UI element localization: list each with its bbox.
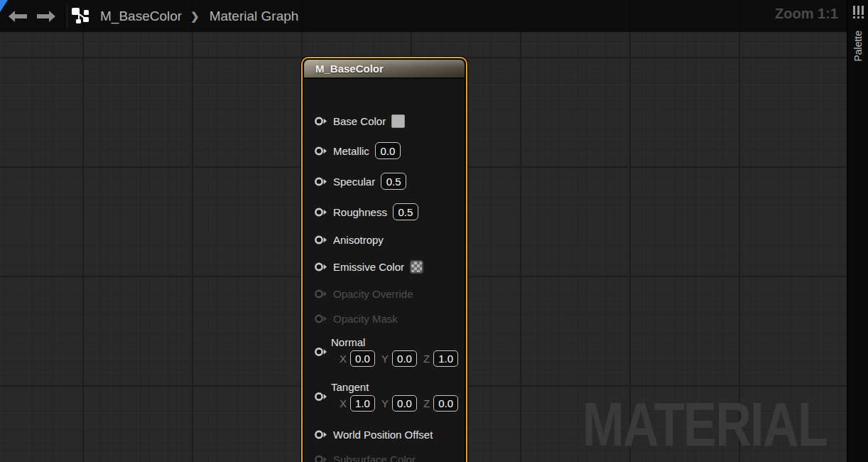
- pin-label: World Position Offset: [333, 429, 433, 441]
- color-swatch[interactable]: [391, 114, 405, 128]
- axis-value-input[interactable]: 1.0: [350, 395, 375, 412]
- input-pin-icon[interactable]: [314, 454, 327, 462]
- axis-value-input[interactable]: 0.0: [433, 395, 458, 412]
- palette-tab[interactable]: Palette: [852, 31, 864, 62]
- input-pin-icon[interactable]: [314, 146, 327, 156]
- vector-inputs: X0.0Y0.0Z1.0: [340, 350, 465, 367]
- pin-label: Tangent: [331, 380, 369, 394]
- input-pin-icon[interactable]: [314, 262, 327, 272]
- back-arrow-icon: [9, 11, 27, 22]
- input-pin-icon[interactable]: [314, 207, 327, 217]
- axis-value-input[interactable]: 0.0: [350, 350, 375, 367]
- graph-type-watermark: MATERIAL: [582, 390, 827, 461]
- input-pin-icon[interactable]: [314, 429, 327, 440]
- zoom-level-indicator: Zoom 1:1: [775, 6, 838, 22]
- input-pin-icon[interactable]: [314, 289, 327, 299]
- forward-arrow-button[interactable]: [36, 6, 57, 26]
- pin-label: Anisotropy: [333, 234, 384, 246]
- pin-label: Emissive Color: [333, 261, 404, 273]
- back-arrow-button[interactable]: [7, 6, 28, 26]
- pin-row-base-color[interactable]: Base Color: [314, 112, 460, 129]
- axis-label: Z: [423, 397, 430, 409]
- pin-row-opacity-mask[interactable]: Opacity Mask: [314, 310, 460, 327]
- pin-label: Roughness: [333, 206, 387, 218]
- pin-label: Opacity Override: [333, 288, 413, 300]
- axis-label: Y: [381, 397, 389, 409]
- pin-value-input[interactable]: 0.5: [393, 203, 418, 220]
- pin-label: Normal: [331, 335, 365, 350]
- input-pin-icon[interactable]: [314, 176, 327, 187]
- axis-value-input[interactable]: 1.0: [433, 350, 458, 367]
- palette-tab-strip: Palette: [847, 0, 868, 462]
- pin-value-input[interactable]: 0.5: [381, 173, 406, 190]
- pin-value-input[interactable]: 0.0: [375, 142, 401, 159]
- pin-label: Metallic: [333, 145, 369, 157]
- axis-label: X: [340, 397, 347, 409]
- pin-row-specular[interactable]: Specular0.5: [314, 173, 460, 190]
- input-pin-icon[interactable]: [314, 313, 327, 324]
- pin-row-world-position-offset[interactable]: World Position Offset: [314, 426, 460, 443]
- corner-accent: [0, 0, 8, 12]
- breadcrumb-chevron-icon: ❯: [190, 10, 200, 23]
- axis-value-input[interactable]: 0.0: [392, 395, 417, 412]
- pin-row-opacity-override[interactable]: Opacity Override: [314, 285, 460, 302]
- material-node-titlebar[interactable]: M_BaseColor: [304, 60, 465, 79]
- pin-row-emissive-color[interactable]: Emissive Color: [314, 258, 460, 275]
- axis-value-input[interactable]: 0.0: [392, 350, 417, 367]
- axis-label: Y: [381, 353, 389, 365]
- pin-label: Subsurface Color: [333, 453, 416, 462]
- axis-label: X: [340, 353, 347, 365]
- node-pins: Base Color Metallic0.0 Specular0.5 Rough…: [304, 80, 465, 462]
- vector-inputs: X1.0Y0.0Z0.0: [340, 395, 465, 412]
- pin-row-metallic[interactable]: Metallic0.0: [314, 142, 460, 159]
- pin-label: Opacity Mask: [333, 313, 398, 325]
- forward-arrow-icon: [37, 11, 55, 22]
- material-graph-icon: [72, 8, 90, 25]
- breadcrumb-graph[interactable]: Material Graph: [210, 9, 299, 24]
- pin-row-roughness[interactable]: Roughness0.5: [314, 203, 460, 220]
- toolbar-separator: [67, 4, 67, 28]
- input-pin-icon[interactable]: [314, 235, 327, 245]
- input-pin-icon[interactable]: [314, 392, 327, 402]
- graph-toolbar: M_BaseColor ❯ Material Graph: [0, 0, 847, 32]
- pin-label: Base Color: [333, 115, 386, 127]
- input-pin-icon[interactable]: [314, 116, 327, 127]
- input-pin-icon[interactable]: [314, 347, 327, 358]
- pin-row-tangent[interactable]: TangentX1.0Y0.0Z0.0: [314, 380, 460, 413]
- material-node-title: M_BaseColor: [315, 63, 384, 75]
- pin-label: Specular: [333, 176, 375, 188]
- palette-list-icon[interactable]: [852, 6, 864, 21]
- axis-label: Z: [423, 353, 430, 365]
- breadcrumb-material[interactable]: M_BaseColor: [100, 9, 182, 24]
- material-node[interactable]: M_BaseColor Base Color Metallic0.0 Specu…: [301, 57, 467, 462]
- pin-row-normal[interactable]: NormalX0.0Y0.0Z1.0: [314, 335, 460, 368]
- pin-row-anisotropy[interactable]: Anisotropy: [314, 231, 460, 248]
- pin-row-subsurface-color[interactable]: Subsurface Color: [314, 451, 460, 462]
- transparent-color-swatch[interactable]: [410, 260, 423, 274]
